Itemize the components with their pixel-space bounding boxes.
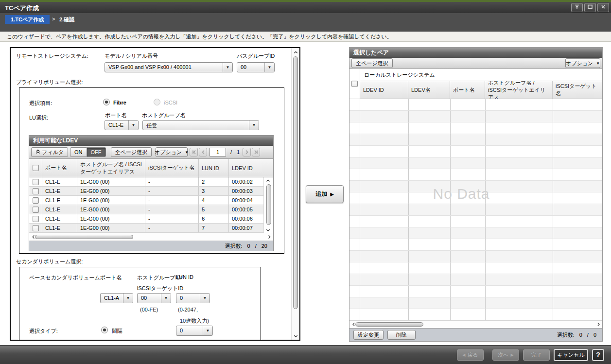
empty-table-row [349,204,602,216]
empty-table-row [349,251,602,262]
finish-button[interactable]: 完了 [523,349,550,361]
select-item-label: 選択項目: [29,100,52,107]
add-button[interactable]: 追加 ▶ [306,185,344,203]
empty-table-row [349,297,602,309]
no-data-watermark: No Data [349,186,573,202]
previous-page-button[interactable] [199,148,207,156]
lu-select-label: LU選択: [29,114,48,121]
path-group-select[interactable]: 00 ▼ [237,62,275,72]
interval-label: 間隔 [112,328,122,335]
scroll-right-icon[interactable] [595,321,601,327]
select-all-checkbox[interactable] [351,81,358,87]
lun-range-hint-line1: (0-2047, [178,307,198,312]
table-row: CL1-E 1E-G00 (00) - 4 00:00:04 [29,196,263,205]
scroll-right-icon[interactable] [266,234,272,240]
first-page-button[interactable] [190,148,198,156]
options-button[interactable]: オプション ▼ [565,58,600,68]
chevron-down-icon: ▼ [161,294,171,303]
maximize-button[interactable] [584,3,596,12]
empty-table-row [349,262,602,274]
scroll-up-icon[interactable] [265,177,271,183]
options-button[interactable]: オプション ▼ [156,147,188,157]
select-all-pages-button[interactable]: 全ページ選択 [111,147,152,157]
close-button[interactable] [597,3,609,12]
scroll-up-icon[interactable] [293,49,298,55]
empty-table-row [349,309,602,320]
fibre-radio[interactable] [103,99,110,105]
column-header: ポート名 [450,81,485,99]
table-row: CL1-E 1E-G00 (00) - 5 00:00:05 [29,205,263,214]
select-all-pages-button[interactable]: 全ページ選択 [351,58,393,68]
change-settings-button[interactable]: 設定変更 [353,330,384,340]
column-header: LDEV ID [360,81,408,99]
sec-host-group-id-select[interactable]: 00 ▼ [137,293,171,303]
scrollbar-thumb[interactable] [35,235,133,239]
scroll-down-icon[interactable] [293,333,298,339]
next-page-button[interactable] [243,148,251,156]
selected-pairs-header: ローカルストレージシステム LDEV ID LDEV名 ポート名 ホストグループ… [349,69,602,99]
row-checkbox[interactable] [33,225,39,231]
page-number-input[interactable] [209,148,226,156]
empty-table-row [349,239,602,251]
table-horizontal-scrollbar[interactable] [349,320,602,328]
row-checkbox[interactable] [33,216,39,222]
sec-port-name-select[interactable]: CL1-A ▼ [100,293,133,303]
table-row: CL1-E 1E-G00 (00) - 3 00:00:03 [29,187,263,196]
host-group-name-select[interactable]: 任意 ▼ [142,120,259,130]
host-group-name-label: ホストグループ名 [142,112,186,119]
row-checkbox[interactable] [33,207,39,213]
row-checkbox[interactable] [33,179,39,185]
filter-on-button[interactable]: ON [70,147,87,157]
scroll-down-icon[interactable] [265,227,271,233]
model-serial-select[interactable]: VSP Gx00 and VSP Fx00 / 400001 ▼ [105,62,233,72]
interval-select[interactable]: 0 ▼ [176,326,213,336]
pin-button[interactable] [571,3,583,12]
cancel-button[interactable]: キャンセル [554,349,588,361]
pin-icon [574,4,580,11]
selected-count-label: 選択数: [225,243,243,250]
selected-pairs-panel: 選択したペア 全ページ選択 オプション ▼ ローカルストレージシステム LDEV… [349,47,603,342]
row-checkbox[interactable] [33,188,39,194]
port-name-select[interactable]: CL1-E ▼ [105,120,139,130]
host-group-range-hint: (00-FE) [140,307,158,312]
filter-button[interactable]: フィルタ [31,147,68,157]
path-group-label: パスグループID [237,52,275,60]
step-separator: > [52,16,55,22]
chevron-down-icon: ▼ [203,326,212,335]
sec-lun-id-select[interactable]: 0 ▼ [176,293,210,303]
table-vertical-scrollbar[interactable] [263,177,273,233]
iscsi-label: iSCSI [164,100,177,105]
scrollbar-thumb[interactable] [266,184,271,225]
selected-count: 0 [247,243,250,249]
scrollbar-thumb[interactable] [355,322,423,327]
chevron-down-icon: ▼ [128,121,138,130]
next-button[interactable]: 次へ ▶ [492,349,519,361]
chevron-down-icon: ▼ [596,61,600,66]
interval-radio[interactable] [101,327,108,333]
help-button[interactable]: ? [592,349,604,361]
delete-button[interactable]: 削除 [387,330,416,340]
filter-on-off-toggle: ON OFF [70,147,106,157]
table-row: CL1-E 1E-G00 (00) - 6 00:00:06 [29,214,263,224]
back-button[interactable]: ◀ 戻る [457,349,484,361]
column-header: ホストグループ名 / iSCSIターゲットエイリアス [77,159,145,177]
selected-count-label: 選択数: [557,331,575,339]
select-all-checkbox[interactable] [33,165,39,171]
primary-volume-select-label: プライマリボリューム選択: [16,79,83,86]
scrollbar-thumb[interactable] [293,56,298,309]
main-area: リモートストレージシステム: モデル / シリアル番号 パスグループID VSP… [0,42,611,345]
empty-table-row [349,99,602,111]
ldev-table-rows: CL1-E 1E-G00 (00) - 2 00:00:02 CL1-E 1E-… [29,177,263,233]
primary-volume-box: 選択項目: Fibre iSCSI LU選択: ポート名 ホストグループ名 CL… [19,87,284,254]
last-page-button[interactable] [252,148,260,156]
filter-off-button[interactable]: OFF [87,147,106,157]
table-horizontal-scrollbar[interactable] [29,233,273,241]
model-serial-label: モデル / シリアル番号 [105,52,158,60]
pair-settings-panel: リモートストレージシステム: モデル / シリアル番号 パスグループID VSP… [10,47,300,341]
panel-vertical-scrollbar[interactable] [291,48,299,340]
iscsi-radio[interactable] [154,99,160,105]
row-checkbox[interactable] [33,197,39,204]
port-name-label: ポート名 [105,112,127,119]
empty-table-row [349,227,602,239]
step-tab-create-pair[interactable]: 1.TCペア作成 [5,15,50,24]
